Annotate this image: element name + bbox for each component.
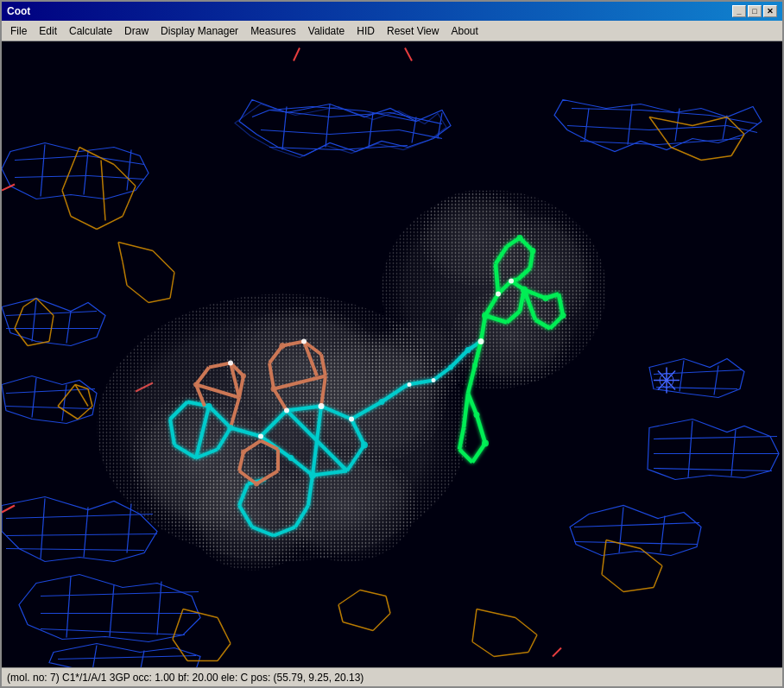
svg-point-266 [280, 343, 286, 349]
menu-edit[interactable]: Edit [34, 23, 62, 39]
menu-file[interactable]: File [5, 23, 32, 39]
menu-display-manager[interactable]: Display Manager [155, 23, 243, 39]
svg-point-268 [193, 382, 199, 388]
svg-point-247 [349, 417, 354, 422]
svg-point-257 [361, 442, 368, 449]
svg-point-270 [241, 450, 246, 455]
svg-point-271 [482, 312, 489, 319]
svg-point-275 [543, 295, 549, 301]
svg-point-264 [448, 365, 453, 370]
svg-point-259 [288, 455, 294, 461]
svg-point-261 [206, 403, 212, 409]
svg-point-267 [241, 374, 246, 379]
svg-point-246 [319, 403, 325, 409]
menu-validate[interactable]: Validate [303, 23, 350, 39]
svg-point-265 [271, 386, 277, 392]
menu-reset-view[interactable]: Reset View [382, 23, 444, 39]
menu-draw[interactable]: Draw [119, 23, 154, 39]
svg-point-255 [301, 339, 307, 344]
svg-point-160 [451, 290, 572, 385]
maximize-button[interactable]: □ [748, 5, 762, 17]
close-button[interactable]: ✕ [763, 5, 777, 17]
menu-about[interactable]: About [446, 23, 483, 39]
svg-point-274 [530, 248, 536, 254]
svg-point-254 [432, 378, 436, 382]
mol-viewport[interactable] [2, 41, 782, 667]
svg-point-248 [284, 408, 289, 413]
svg-point-278 [474, 412, 480, 418]
menu-hid[interactable]: HID [351, 23, 380, 39]
mol-canvas [2, 41, 782, 667]
minimize-button[interactable]: _ [732, 5, 746, 17]
status-text: (mol. no: 7) C1*/1/A/1 3GP occ: 1.00 bf:… [7, 672, 364, 684]
svg-point-249 [258, 434, 263, 439]
window-controls: _ □ ✕ [732, 5, 777, 17]
svg-point-256 [228, 361, 233, 366]
menu-bar: File Edit Calculate Draw Display Manager… [2, 21, 782, 41]
svg-point-279 [482, 440, 489, 447]
svg-point-269 [254, 482, 259, 487]
svg-line-225 [496, 264, 498, 294]
title-bar: Coot _ □ ✕ [2, 2, 782, 21]
svg-point-273 [517, 235, 523, 241]
svg-point-276 [560, 312, 566, 319]
menu-calculate[interactable]: Calculate [64, 23, 117, 39]
status-bar: (mol. no: 7) C1*/1/A/1 3GP occ: 1.00 bf:… [2, 667, 782, 686]
window-title: Coot [7, 5, 30, 17]
svg-point-262 [379, 399, 385, 405]
main-window: Coot _ □ ✕ File Edit Calculate Draw Disp… [0, 0, 784, 688]
menu-measures[interactable]: Measures [245, 23, 301, 39]
svg-point-272 [521, 287, 528, 294]
svg-point-263 [465, 347, 471, 353]
svg-point-162 [369, 320, 464, 407]
svg-point-251 [496, 292, 501, 297]
svg-point-252 [509, 279, 514, 284]
svg-point-260 [228, 425, 234, 431]
svg-point-277 [472, 363, 477, 369]
svg-point-258 [309, 472, 316, 479]
svg-point-250 [478, 338, 484, 344]
svg-point-253 [408, 382, 412, 387]
